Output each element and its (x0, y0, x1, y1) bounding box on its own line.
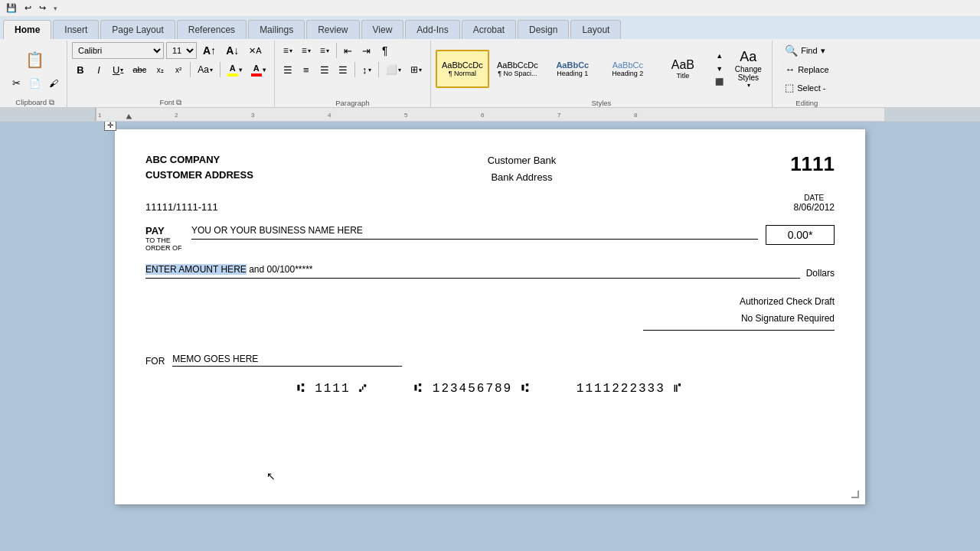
line-spacing-button[interactable]: ↕▾ (358, 61, 375, 78)
ruler-inner: 1 2 3 4 5 6 7 8 (0, 108, 980, 121)
para-sep1 (336, 43, 337, 58)
pay-row: PAY TO THE ORDER OF YOU OR YOUR BUSINESS… (145, 225, 835, 252)
strikethrough-button[interactable]: abc (129, 61, 150, 78)
style-h2-preview: AaBbCc (612, 60, 643, 70)
styles-scroll-down[interactable]: ▼ (711, 63, 728, 75)
style-h1-sublabel: Heading 1 (557, 70, 588, 77)
tab-references[interactable]: References (177, 20, 247, 39)
font-color-button[interactable]: A ▾ (247, 61, 270, 78)
superscript-button[interactable]: x² (170, 61, 187, 78)
subscript-button[interactable]: x₂ (152, 61, 168, 78)
tab-addins[interactable]: Add-Ins (405, 20, 459, 39)
qat-dropdown[interactable]: ▾ (54, 5, 57, 12)
italic-button[interactable]: I (90, 61, 107, 78)
font-section: Calibri 11 A↑ A↓ ✕A B I U▾ abc x₂ x² Aa▾ (67, 41, 275, 107)
tab-view[interactable]: View (361, 20, 404, 39)
page-area: ✛ ABC COMPANY CUSTOMER ADDRESS Customer … (0, 122, 980, 551)
bullets-button[interactable]: ≡▾ (279, 42, 296, 59)
style-h1-button[interactable]: AaBbCc Heading 1 (546, 50, 599, 88)
paste-group: 📋 ✂ 📄 🖌 (8, 46, 62, 92)
style-h2-sublabel: Heading 2 (612, 70, 643, 77)
amount-box: 0.00* (766, 225, 835, 245)
bank-info: Customer Bank Bank Address (488, 152, 557, 186)
company-info: ABC COMPANY CUSTOMER ADDRESS (145, 152, 253, 182)
justify-button[interactable]: ☰ (335, 61, 351, 78)
routing-number: 11111/1111-111 (145, 201, 218, 213)
undo-button[interactable]: ↩ (21, 2, 34, 15)
shading-arrow: ▾ (398, 67, 401, 73)
format-painter-button[interactable]: 🖌 (45, 75, 62, 92)
date-value: 8/06/2012 (794, 202, 835, 213)
redo-button[interactable]: ↪ (36, 2, 49, 15)
styles-more-button[interactable]: ⬛ (711, 76, 728, 88)
tab-layout[interactable]: Layout (570, 20, 621, 39)
bold-button[interactable]: B (72, 61, 89, 78)
align-center-button[interactable]: ≡ (298, 61, 315, 78)
borders-button[interactable]: ⊞▾ (407, 61, 426, 78)
memo-line: MEMO GOES HERE (172, 354, 402, 367)
order-of-text: ORDER OF (145, 244, 184, 252)
svg-text:6: 6 (481, 112, 485, 119)
style-title-sublabel: Title (676, 72, 689, 80)
font-label: Font ⧉ (160, 98, 182, 107)
find-label: Find (801, 46, 817, 55)
clipboard-section: 📋 ✂ 📄 🖌 Clipboard ⧉ (3, 41, 67, 107)
change-styles-button[interactable]: Aa Change Styles ▾ (730, 50, 767, 88)
signature-line (643, 330, 835, 331)
move-handle[interactable]: ✛ (104, 122, 116, 131)
tab-home[interactable]: Home (3, 20, 51, 39)
tab-design[interactable]: Design (518, 20, 569, 39)
document-page: ✛ ABC COMPANY CUSTOMER ADDRESS Customer … (115, 129, 865, 504)
clear-format-button[interactable]: ✕A (245, 42, 265, 59)
authorized-line2: No Signature Required (145, 311, 835, 328)
bank-name: Customer Bank (488, 152, 557, 169)
copy-button[interactable]: 📄 (25, 75, 44, 92)
pay-text: PAY (145, 225, 184, 236)
highlight-icon: A (230, 64, 236, 73)
resize-handle[interactable] (851, 491, 859, 498)
highlight-button[interactable]: A ▾ (224, 61, 246, 78)
clipboard-label: Clipboard ⧉ (15, 98, 54, 107)
amount-words-rest: and 00/100***** (247, 264, 313, 275)
select-button[interactable]: ⬚ Select - (781, 80, 829, 96)
multilevel-button[interactable]: ≡▾ (316, 42, 333, 59)
check-number: 1111 (790, 152, 835, 176)
replace-button[interactable]: ↔ Replace (781, 61, 832, 77)
align-left-button[interactable]: ☰ (279, 61, 296, 78)
underline-button[interactable]: U▾ (109, 61, 127, 78)
routing-date-row: 11111/1111-111 DATE 8/06/2012 (145, 194, 835, 213)
font-shrink-button[interactable]: A↓ (222, 42, 243, 59)
tab-mailings[interactable]: Mailings (248, 20, 305, 39)
font-grow-button[interactable]: A↑ (199, 42, 220, 59)
replace-label: Replace (798, 65, 828, 74)
font-expand[interactable]: ⧉ (176, 98, 181, 106)
change-case-button[interactable]: Aa▾ (194, 61, 217, 78)
show-hide-button[interactable]: ¶ (377, 42, 394, 59)
find-button[interactable]: 🔍 Find ▾ (781, 42, 828, 59)
increase-indent-button[interactable]: ⇥ (358, 42, 375, 59)
tab-insert[interactable]: Insert (53, 20, 99, 39)
tab-page-layout[interactable]: Page Layout (100, 20, 175, 39)
shading-button[interactable]: ⬜▾ (382, 61, 405, 78)
tab-acrobat[interactable]: Acrobat (462, 20, 516, 39)
styles-scroll-up[interactable]: ▲ (711, 50, 728, 62)
style-title-button[interactable]: AaB Title (656, 50, 710, 88)
font-family-select[interactable]: Calibri (72, 42, 164, 59)
font-size-select[interactable]: 11 (166, 42, 197, 59)
clipboard-expand[interactable]: ⧉ (49, 98, 54, 106)
save-button[interactable]: 💾 (3, 2, 20, 15)
style-h2-button[interactable]: AaBbCc Heading 2 (601, 50, 655, 88)
amount-words-highlighted: ENTER AMOUNT HERE (145, 264, 247, 275)
paste-button[interactable]: 📋 (21, 46, 49, 73)
numbering-button[interactable]: ≡▾ (298, 42, 315, 59)
micr-middle: ⑆ 123456789 ⑆ (414, 382, 531, 396)
decrease-indent-button[interactable]: ⇤ (340, 42, 357, 59)
tab-review[interactable]: Review (306, 20, 359, 39)
style-h1-preview: AaBbCc (556, 60, 589, 70)
align-right-button[interactable]: ☰ (316, 61, 333, 78)
style-nospacing-button[interactable]: AaBbCcDc ¶ No Spaci... (491, 50, 544, 88)
cut-button[interactable]: ✂ (8, 75, 24, 92)
ribbon-main: 📋 ✂ 📄 🖌 Clipboard ⧉ Calibri 11 A↑ A↓ (0, 39, 980, 108)
style-normal-button[interactable]: AaBbCcDc ¶ Normal (436, 50, 489, 88)
signature-area: Authorized Check Draft No Signature Requ… (145, 294, 835, 331)
